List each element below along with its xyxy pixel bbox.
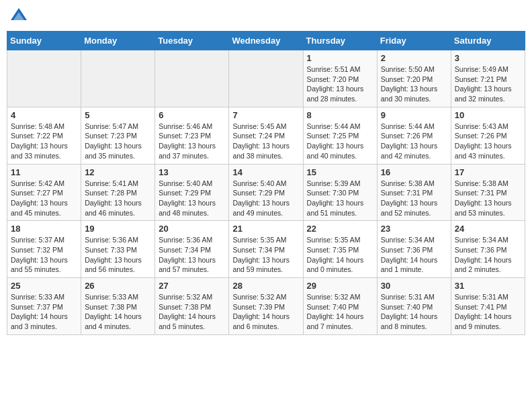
day-info: Sunrise: 5:32 AM Sunset: 7:38 PM Dayligh… [159, 292, 225, 332]
day-number: 27 [159, 281, 225, 291]
day-number: 24 [455, 224, 521, 234]
day-number: 11 [11, 167, 77, 177]
logo [9, 7, 31, 26]
day-info: Sunrise: 5:38 AM Sunset: 7:31 PM Dayligh… [381, 179, 447, 218]
calendar-cell: 1Sunrise: 5:51 AM Sunset: 7:20 PM Daylig… [303, 50, 377, 107]
day-info: Sunrise: 5:42 AM Sunset: 7:27 PM Dayligh… [11, 179, 77, 218]
calendar-cell: 25Sunrise: 5:33 AM Sunset: 7:37 PM Dayli… [7, 278, 81, 335]
calendar-cell: 24Sunrise: 5:34 AM Sunset: 7:36 PM Dayli… [451, 221, 525, 278]
day-info: Sunrise: 5:37 AM Sunset: 7:32 PM Dayligh… [11, 235, 77, 275]
day-number: 16 [381, 167, 447, 177]
day-number: 20 [159, 224, 225, 234]
day-number: 22 [307, 224, 373, 234]
column-header-friday: Friday [377, 32, 451, 50]
calendar-cell: 2Sunrise: 5:50 AM Sunset: 7:20 PM Daylig… [377, 50, 451, 107]
day-number: 31 [455, 281, 521, 291]
calendar-cell: 10Sunrise: 5:43 AM Sunset: 7:26 PM Dayli… [451, 107, 525, 164]
column-header-tuesday: Tuesday [155, 32, 229, 50]
day-info: Sunrise: 5:36 AM Sunset: 7:33 PM Dayligh… [85, 235, 151, 275]
day-info: Sunrise: 5:43 AM Sunset: 7:26 PM Dayligh… [455, 122, 521, 161]
calendar-cell: 9Sunrise: 5:44 AM Sunset: 7:26 PM Daylig… [377, 107, 451, 164]
day-info: Sunrise: 5:48 AM Sunset: 7:22 PM Dayligh… [11, 122, 77, 161]
day-number: 21 [232, 224, 299, 234]
day-number: 2 [381, 53, 447, 63]
day-number: 6 [159, 110, 225, 120]
day-info: Sunrise: 5:41 AM Sunset: 7:28 PM Dayligh… [85, 179, 151, 218]
day-info: Sunrise: 5:49 AM Sunset: 7:21 PM Dayligh… [455, 64, 521, 104]
day-info: Sunrise: 5:36 AM Sunset: 7:34 PM Dayligh… [159, 235, 225, 275]
calendar-cell: 20Sunrise: 5:36 AM Sunset: 7:34 PM Dayli… [155, 221, 229, 278]
day-number: 29 [307, 281, 373, 291]
day-info: Sunrise: 5:34 AM Sunset: 7:36 PM Dayligh… [455, 235, 521, 275]
calendar-cell: 22Sunrise: 5:35 AM Sunset: 7:35 PM Dayli… [303, 221, 377, 278]
day-info: Sunrise: 5:31 AM Sunset: 7:40 PM Dayligh… [381, 292, 447, 332]
day-number: 7 [232, 110, 299, 120]
calendar-cell: 7Sunrise: 5:45 AM Sunset: 7:24 PM Daylig… [229, 107, 303, 164]
calendar-week-row: 1Sunrise: 5:51 AM Sunset: 7:20 PM Daylig… [7, 50, 525, 107]
day-info: Sunrise: 5:35 AM Sunset: 7:34 PM Dayligh… [232, 235, 299, 275]
day-number: 4 [11, 110, 77, 120]
calendar-cell: 19Sunrise: 5:36 AM Sunset: 7:33 PM Dayli… [81, 221, 155, 278]
calendar-cell: 27Sunrise: 5:32 AM Sunset: 7:38 PM Dayli… [155, 278, 229, 335]
day-info: Sunrise: 5:33 AM Sunset: 7:37 PM Dayligh… [11, 292, 77, 332]
calendar-cell: 13Sunrise: 5:40 AM Sunset: 7:29 PM Dayli… [155, 164, 229, 221]
calendar-cell: 26Sunrise: 5:33 AM Sunset: 7:38 PM Dayli… [81, 278, 155, 335]
day-number: 5 [85, 110, 151, 120]
day-info: Sunrise: 5:40 AM Sunset: 7:29 PM Dayligh… [232, 179, 299, 218]
day-info: Sunrise: 5:44 AM Sunset: 7:26 PM Dayligh… [381, 122, 447, 161]
calendar-week-row: 4Sunrise: 5:48 AM Sunset: 7:22 PM Daylig… [7, 107, 525, 164]
day-number: 23 [381, 224, 447, 234]
calendar-cell: 28Sunrise: 5:32 AM Sunset: 7:39 PM Dayli… [229, 278, 303, 335]
calendar-week-row: 18Sunrise: 5:37 AM Sunset: 7:32 PM Dayli… [7, 221, 525, 278]
day-number: 19 [85, 224, 151, 234]
day-info: Sunrise: 5:50 AM Sunset: 7:20 PM Dayligh… [381, 64, 447, 104]
day-number: 25 [11, 281, 77, 291]
day-number: 28 [232, 281, 299, 291]
day-info: Sunrise: 5:47 AM Sunset: 7:23 PM Dayligh… [85, 122, 151, 161]
day-number: 30 [381, 281, 447, 291]
day-number: 8 [307, 110, 373, 120]
calendar-cell: 11Sunrise: 5:42 AM Sunset: 7:27 PM Dayli… [7, 164, 81, 221]
calendar-cell: 6Sunrise: 5:46 AM Sunset: 7:23 PM Daylig… [155, 107, 229, 164]
calendar-cell: 4Sunrise: 5:48 AM Sunset: 7:22 PM Daylig… [7, 107, 81, 164]
calendar-cell [81, 50, 155, 107]
column-header-thursday: Thursday [303, 32, 377, 50]
logo-icon [9, 7, 28, 26]
day-number: 9 [381, 110, 447, 120]
calendar-cell: 8Sunrise: 5:44 AM Sunset: 7:25 PM Daylig… [303, 107, 377, 164]
day-info: Sunrise: 5:31 AM Sunset: 7:41 PM Dayligh… [455, 292, 521, 332]
calendar-cell: 18Sunrise: 5:37 AM Sunset: 7:32 PM Dayli… [7, 221, 81, 278]
day-number: 13 [159, 167, 225, 177]
page-header [7, 7, 525, 26]
calendar-cell [229, 50, 303, 107]
column-header-sunday: Sunday [7, 32, 81, 50]
day-info: Sunrise: 5:45 AM Sunset: 7:24 PM Dayligh… [232, 122, 299, 161]
calendar-cell: 12Sunrise: 5:41 AM Sunset: 7:28 PM Dayli… [81, 164, 155, 221]
calendar-cell: 31Sunrise: 5:31 AM Sunset: 7:41 PM Dayli… [451, 278, 525, 335]
calendar-cell: 3Sunrise: 5:49 AM Sunset: 7:21 PM Daylig… [451, 50, 525, 107]
day-info: Sunrise: 5:33 AM Sunset: 7:38 PM Dayligh… [85, 292, 151, 332]
calendar-week-row: 25Sunrise: 5:33 AM Sunset: 7:37 PM Dayli… [7, 278, 525, 335]
calendar-cell: 16Sunrise: 5:38 AM Sunset: 7:31 PM Dayli… [377, 164, 451, 221]
calendar-cell: 5Sunrise: 5:47 AM Sunset: 7:23 PM Daylig… [81, 107, 155, 164]
day-info: Sunrise: 5:35 AM Sunset: 7:35 PM Dayligh… [307, 235, 373, 275]
day-number: 3 [455, 53, 521, 63]
calendar-cell: 30Sunrise: 5:31 AM Sunset: 7:40 PM Dayli… [377, 278, 451, 335]
day-info: Sunrise: 5:51 AM Sunset: 7:20 PM Dayligh… [307, 64, 373, 104]
calendar-cell: 17Sunrise: 5:38 AM Sunset: 7:31 PM Dayli… [451, 164, 525, 221]
calendar-cell: 14Sunrise: 5:40 AM Sunset: 7:29 PM Dayli… [229, 164, 303, 221]
column-header-saturday: Saturday [451, 32, 525, 50]
day-info: Sunrise: 5:32 AM Sunset: 7:40 PM Dayligh… [307, 292, 373, 332]
day-info: Sunrise: 5:38 AM Sunset: 7:31 PM Dayligh… [455, 179, 521, 218]
day-number: 1 [307, 53, 373, 63]
calendar-cell: 15Sunrise: 5:39 AM Sunset: 7:30 PM Dayli… [303, 164, 377, 221]
calendar-cell [7, 50, 81, 107]
calendar-cell: 23Sunrise: 5:34 AM Sunset: 7:36 PM Dayli… [377, 221, 451, 278]
day-number: 15 [307, 167, 373, 177]
day-number: 12 [85, 167, 151, 177]
day-number: 14 [232, 167, 299, 177]
calendar-cell: 21Sunrise: 5:35 AM Sunset: 7:34 PM Dayli… [229, 221, 303, 278]
calendar-cell: 29Sunrise: 5:32 AM Sunset: 7:40 PM Dayli… [303, 278, 377, 335]
calendar-table: SundayMondayTuesdayWednesdayThursdayFrid… [7, 31, 525, 335]
column-header-monday: Monday [81, 32, 155, 50]
